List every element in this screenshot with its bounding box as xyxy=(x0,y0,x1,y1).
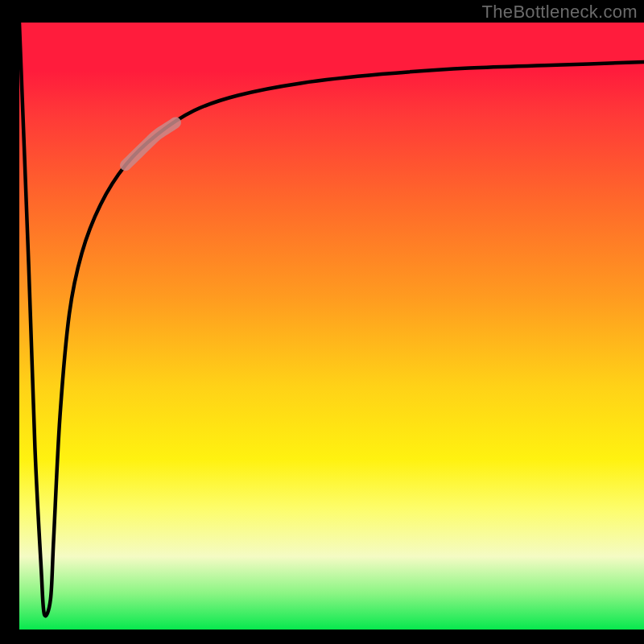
plot-area xyxy=(19,23,644,630)
watermark-text: TheBottleneck.com xyxy=(482,2,638,23)
chart-root: TheBottleneck.com xyxy=(0,0,644,644)
